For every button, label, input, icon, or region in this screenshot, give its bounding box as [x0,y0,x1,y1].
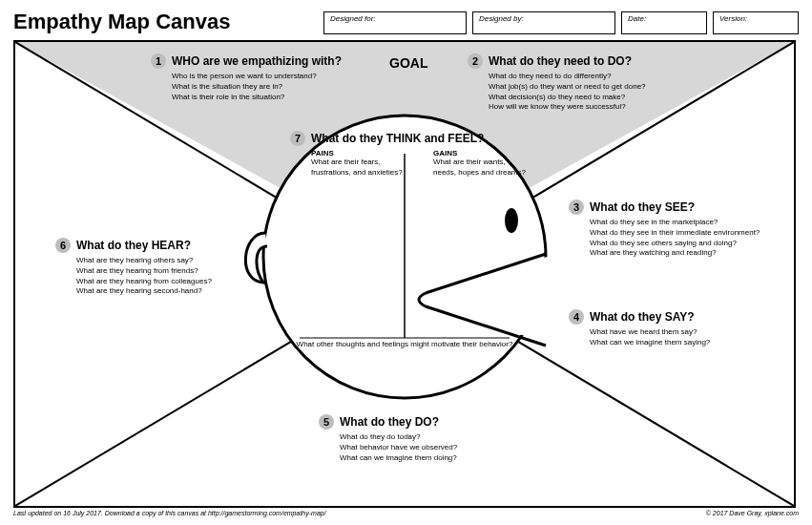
section-who: 1WHO are we empathizing with? Who is the… [151,53,370,102]
svg-point-11 [505,208,518,233]
meta-fields: Designed for: Designed by: Date: Version… [323,11,799,34]
page: Empathy Map Canvas Designed for: Designe… [0,0,812,525]
section-see: 3What do they SEE? What do they see in t… [569,200,788,259]
section-hear: 6What do they HEAR? What are they hearin… [55,238,265,297]
section-number: 1 [151,53,166,69]
canvas-frame: GOAL 1WHO are we empathizing with? Who i… [13,40,796,508]
section-think-feel: 7What do they THINK and FEEL? PAINS What… [290,131,538,178]
meta-designed-by[interactable]: Designed by: [472,11,615,34]
canvas-title: Empathy Map Canvas [13,10,230,34]
motivate-text: What other thoughts and feelings might m… [281,340,529,348]
footer-left: Last updated on 16 July 2017. Download a… [13,510,326,516]
section-need-do: 2What do they need to DO? What do they n… [468,53,716,113]
meta-version[interactable]: Version: [713,11,799,34]
footer: Last updated on 16 July 2017. Download a… [13,510,799,516]
header: Empathy Map Canvas Designed for: Designe… [13,6,799,34]
section-do: 5What do they DO? What do they do today?… [319,414,538,463]
meta-designed-for[interactable]: Designed for: [323,11,467,34]
section-say: 4What do they SAY? What have we heard th… [569,309,788,348]
meta-date[interactable]: Date: [621,11,707,34]
gains-column: GAINS What are their wants, needs, hopes… [433,149,538,178]
section-lines: Who is the person we want to understand?… [172,72,370,102]
goal-label: GOAL [389,55,427,71]
pains-column: PAINS What are their fears, frustrations… [311,149,406,178]
footer-right: © 2017 Dave Gray, xplane.com [706,510,799,516]
